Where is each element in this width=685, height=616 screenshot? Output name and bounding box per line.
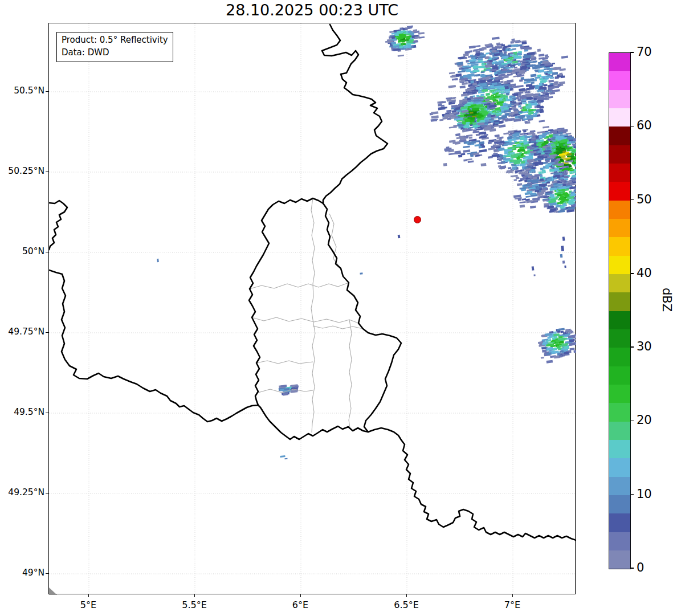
y-axis-tick bbox=[46, 91, 48, 92]
x-axis-tick bbox=[406, 594, 407, 597]
canton-border bbox=[250, 283, 349, 289]
canton-border bbox=[313, 326, 363, 329]
colorbar-segment bbox=[609, 329, 630, 348]
y-axis-tick-label: 49.75°N bbox=[0, 327, 44, 337]
colorbar-tick bbox=[630, 126, 634, 127]
colorbar-tick-label: 60 bbox=[637, 119, 652, 132]
y-axis-tick-label: 50°N bbox=[0, 246, 44, 256]
colorbar-tick bbox=[630, 421, 634, 421]
colorbar-segment bbox=[609, 71, 630, 89]
colorbar-segment bbox=[609, 127, 630, 145]
x-axis-tick-label: 5°E bbox=[80, 599, 96, 610]
basemap-borders-layer bbox=[49, 23, 576, 595]
canton-border bbox=[256, 361, 313, 364]
colorbar-segment bbox=[609, 237, 630, 255]
colorbar-tick-label: 0 bbox=[637, 561, 644, 574]
x-axis-tick bbox=[88, 594, 89, 597]
colorbar-segment bbox=[609, 385, 630, 403]
colorbar-segment bbox=[609, 440, 630, 458]
colorbar-segment bbox=[609, 513, 630, 532]
y-axis-tick-label: 50.25°N bbox=[0, 166, 44, 176]
colorbar-segment bbox=[609, 403, 630, 421]
colorbar-segment bbox=[609, 532, 630, 550]
colorbar-segment bbox=[609, 108, 630, 127]
reflectivity-colorbar bbox=[609, 52, 631, 569]
data-source-line: Data: DWD bbox=[62, 47, 168, 59]
x-axis-tick bbox=[194, 594, 195, 597]
y-axis-tick-label: 49.25°N bbox=[0, 487, 44, 497]
colorbar-segment bbox=[609, 164, 630, 182]
x-axis-tick bbox=[300, 594, 301, 597]
y-axis-tick bbox=[46, 172, 48, 172]
corner-land-patch bbox=[49, 588, 57, 595]
france-germany-border bbox=[368, 428, 576, 540]
colorbar-segment bbox=[609, 182, 630, 200]
y-axis-tick bbox=[46, 493, 48, 493]
canton-border bbox=[329, 214, 341, 268]
colorbar-segment bbox=[609, 145, 630, 164]
product-line: Product: 0.5° Reflectivity bbox=[62, 34, 168, 47]
radar-station-marker bbox=[414, 216, 421, 223]
givet-salient-border bbox=[49, 201, 67, 250]
colorbar-tick bbox=[630, 52, 634, 52]
y-axis-tick bbox=[46, 252, 48, 252]
belgium-germany-border bbox=[322, 25, 388, 203]
figure-title: 28.10.2025 00:23 UTC bbox=[48, 1, 576, 19]
colorbar-segment bbox=[609, 495, 630, 513]
x-axis-tick-label: 7°E bbox=[504, 599, 520, 610]
x-axis-tick-label: 5.5°E bbox=[182, 599, 207, 610]
colorbar-tick bbox=[630, 568, 634, 568]
colorbar-segment bbox=[609, 256, 630, 274]
colorbar-segment bbox=[609, 366, 630, 385]
map-plot-area: Product: 0.5° Reflectivity Data: DWD bbox=[48, 23, 576, 594]
colorbar-tick-label: 10 bbox=[637, 487, 652, 501]
radar-figure: 28.10.2025 00:23 UTC Product: 0.5° Refle… bbox=[0, 0, 685, 616]
colorbar-segment bbox=[609, 90, 630, 108]
y-axis-tick bbox=[46, 413, 48, 413]
colorbar-segment bbox=[609, 348, 630, 366]
y-axis-tick bbox=[46, 332, 48, 333]
colorbar-tick-label: 20 bbox=[637, 413, 652, 427]
x-axis-tick-label: 6.5°E bbox=[394, 599, 419, 610]
canton-border bbox=[252, 317, 358, 323]
colorbar-segment bbox=[609, 274, 630, 292]
colorbar-segment bbox=[609, 201, 630, 219]
y-axis-tick-label: 49°N bbox=[0, 568, 44, 578]
colorbar-segment bbox=[609, 292, 630, 311]
colorbar-segment bbox=[609, 422, 630, 440]
y-axis-tick bbox=[46, 573, 48, 574]
x-axis-tick-label: 6°E bbox=[292, 599, 308, 610]
colorbar-tick bbox=[630, 494, 634, 495]
x-axis-tick bbox=[512, 594, 513, 597]
canton-border bbox=[258, 389, 313, 393]
colorbar-tick bbox=[630, 199, 634, 200]
canton-border bbox=[349, 320, 352, 428]
colorbar-segment bbox=[609, 53, 630, 71]
colorbar-tick-label: 30 bbox=[637, 340, 652, 353]
canton-border bbox=[312, 320, 315, 433]
france-belgium-border bbox=[49, 270, 258, 422]
colorbar-segment bbox=[609, 458, 630, 476]
colorbar-axis-label: dBZ bbox=[660, 288, 674, 312]
colorbar-tick-label: 40 bbox=[637, 266, 652, 280]
colorbar-tick bbox=[630, 346, 634, 347]
y-axis-tick-label: 49.5°N bbox=[0, 407, 44, 417]
colorbar-segment bbox=[609, 311, 630, 329]
colorbar-segment bbox=[609, 477, 630, 495]
colorbar-segment bbox=[609, 219, 630, 237]
colorbar-tick bbox=[630, 273, 634, 274]
colorbar-tick-label: 70 bbox=[637, 45, 652, 59]
canton-border bbox=[311, 198, 315, 320]
product-annotation-box: Product: 0.5° Reflectivity Data: DWD bbox=[56, 32, 173, 62]
colorbar-segment bbox=[609, 550, 630, 569]
y-axis-tick-label: 50.5°N bbox=[0, 85, 44, 96]
colorbar-tick-label: 50 bbox=[637, 193, 652, 206]
